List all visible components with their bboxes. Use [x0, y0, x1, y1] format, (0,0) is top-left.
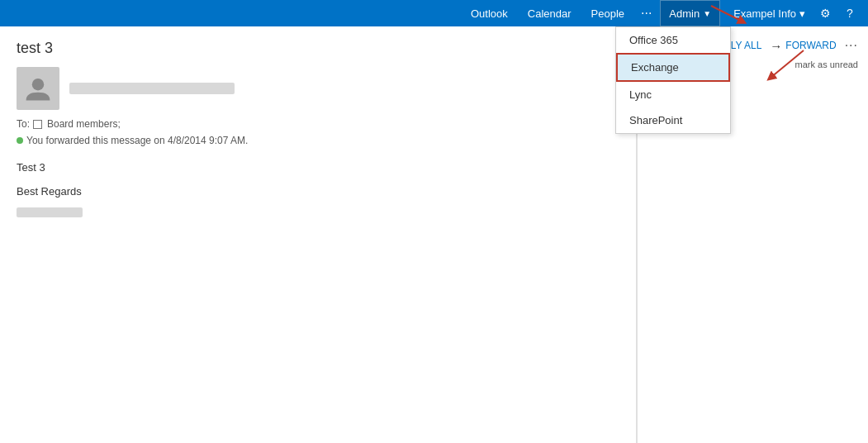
svg-point-4: [32, 79, 44, 90]
nav-more-dots[interactable]: ···: [636, 6, 657, 21]
forwarded-message: You forwarded this message on 4/8/2014 9…: [17, 135, 619, 146]
signature-blurred: [17, 207, 83, 217]
nav-calendar[interactable]: Calendar: [519, 0, 580, 26]
sender-avatar: [17, 67, 59, 110]
user-arrow: ▾: [799, 7, 805, 20]
email-body: Test 3 Best Regards: [17, 160, 619, 217]
admin-dropdown: Office 365 Exchange Lync SharePoint: [615, 26, 731, 134]
sender-name-blurred: [69, 83, 235, 94]
dropdown-exchange[interactable]: Exchange: [616, 53, 730, 82]
dropdown-sharepoint[interactable]: SharePoint: [616, 107, 730, 133]
email-to-field: To: Board members;: [17, 118, 619, 130]
gear-icon[interactable]: ⚙: [813, 0, 837, 26]
annotation-arrow-top: [703, 2, 752, 35]
green-dot-indicator: [17, 137, 23, 144]
admin-label: Admin: [669, 7, 700, 20]
annotation-arrow-dropdown: [754, 46, 812, 88]
top-navigation: Outlook Calendar People ··· Admin ▼ Exam…: [0, 0, 868, 26]
email-sender: [17, 67, 619, 110]
svg-line-1: [711, 6, 742, 21]
help-icon[interactable]: ?: [838, 0, 861, 26]
dropdown-lync[interactable]: Lync: [616, 82, 730, 107]
to-label: To:: [17, 118, 30, 130]
body-line1: Test 3: [17, 160, 619, 177]
forwarded-text: You forwarded this message on 4/8/2014 9…: [26, 135, 248, 146]
content-area: test 3 To: Board members; You forwarded …: [0, 26, 868, 443]
board-members-checkbox[interactable]: [33, 120, 42, 129]
nav-outlook[interactable]: Outlook: [462, 0, 516, 26]
nav-items: Outlook Calendar People ··· Admin ▼: [462, 0, 720, 26]
recipients: Board members;: [47, 118, 121, 130]
more-actions-button[interactable]: ···: [845, 38, 858, 53]
email-subject: test 3: [17, 40, 619, 57]
person-icon: [25, 75, 51, 102]
nav-people[interactable]: People: [583, 0, 633, 26]
body-line2: Best Regards: [17, 183, 619, 201]
svg-line-3: [771, 50, 804, 78]
email-panel: test 3 To: Board members; You forwarded …: [0, 26, 637, 443]
